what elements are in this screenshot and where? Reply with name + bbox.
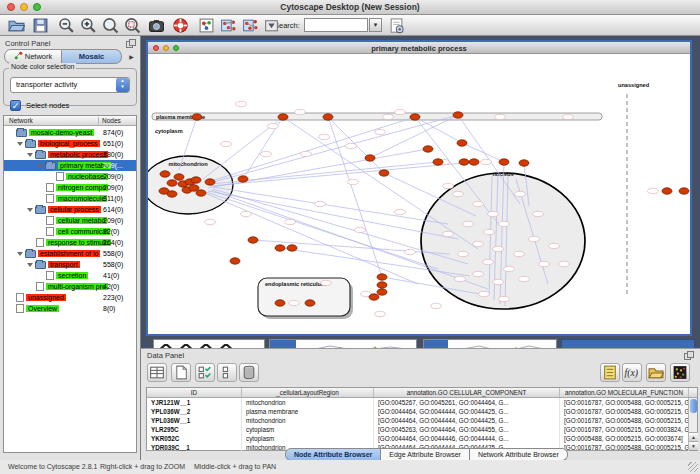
tab-mosaic[interactable]: Mosaic [62,49,122,64]
network-node[interactable] [321,280,332,285]
tree-row[interactable]: unassigned223(0) [4,292,136,303]
network-node[interactable] [539,261,550,266]
network-node[interactable] [459,159,469,165]
network-node[interactable] [230,258,240,264]
snapshot-icon[interactable] [148,17,165,34]
column-header[interactable]: _cellularLayoutRegion [242,388,374,397]
zoom-selected-icon[interactable] [124,17,141,34]
table-row[interactable]: YPL036W__1mitochondrion[GO:0044464, GO:0… [147,416,697,425]
network-node[interactable] [346,143,357,148]
network-edge[interactable] [213,187,448,224]
network-node[interactable] [410,114,420,120]
network-node[interactable] [189,185,199,191]
table-row[interactable]: YLR295Ccytoplasm[GO:0045263, GO:0044464,… [147,425,697,434]
tree-row[interactable]: metabolic process280(0) [4,149,136,160]
network-node[interactable] [323,114,333,120]
network-node[interactable] [287,245,297,251]
network-node[interactable] [662,188,672,194]
network-node[interactable] [377,289,387,295]
search-dropdown-arrow-icon[interactable]: ▼ [369,18,382,32]
network-node[interactable] [278,114,288,120]
network-node[interactable] [241,211,252,216]
network-node[interactable] [431,303,442,308]
network-node[interactable] [443,183,454,188]
network-node[interactable] [295,109,306,114]
network-node[interactable] [167,180,177,186]
compartment-plasma-membrane[interactable] [152,113,602,120]
scroll-up-icon[interactable]: ▲ [689,432,698,441]
tree-row[interactable]: nitrogen compo209(0) [4,182,136,193]
node-color-dropdown[interactable]: transporter activity [10,77,130,93]
search-input[interactable] [304,18,368,32]
unselect-attributes-icon[interactable] [217,363,237,382]
tree-col-nodes[interactable]: Nodes [98,117,121,124]
network-view-window[interactable]: primary metabolic process plasma membran… [146,40,692,336]
tree-row[interactable]: establishment of lo558(0) [4,248,136,259]
network-node[interactable] [261,151,272,156]
network-node[interactable] [433,159,443,165]
network-node[interactable] [395,109,406,114]
network-node[interactable] [458,251,469,256]
network-node[interactable] [174,174,184,180]
expand-arrow-icon[interactable] [17,142,23,146]
tree-row[interactable]: Overview8(0) [4,303,136,314]
zoom-out-icon[interactable] [58,17,75,34]
help-icon[interactable] [172,17,189,34]
open-file-icon[interactable] [8,17,25,34]
background-window-sliver[interactable] [269,339,417,348]
network-node[interactable] [443,231,454,236]
network-node[interactable] [319,134,330,139]
network-node[interactable] [383,114,394,119]
network-edge[interactable] [210,162,474,186]
float-panel-icon[interactable] [684,351,694,360]
column-header[interactable]: annotation.GO MOLECULAR_FUNCTION [560,388,689,397]
import-attributes-icon[interactable] [646,363,666,382]
network-node[interactable] [236,101,247,106]
network-node[interactable] [504,266,515,271]
new-network-from-selection-icon[interactable] [242,17,259,34]
network-node[interactable] [191,177,201,183]
save-icon[interactable] [32,17,49,34]
tree-row[interactable]: cellular process614(0) [4,204,136,215]
table-row[interactable]: YJR121W__1mitochondrion[GO:0045267, GO:0… [147,398,697,407]
network-node[interactable] [238,176,248,182]
background-window-sliver[interactable] [561,339,695,348]
network-node[interactable] [499,296,510,301]
network-node[interactable] [559,261,570,266]
network-node[interactable] [473,241,484,246]
network-node[interactable] [483,259,494,264]
network-node[interactable] [379,170,389,176]
tree-row[interactable]: cellular metabo209(0) [4,215,136,226]
dropdown-stepper-icon[interactable]: ▲▼ [116,78,129,92]
resize-grip[interactable] [688,462,698,472]
background-window-sliver[interactable] [423,339,557,348]
network-node[interactable] [395,209,406,214]
scroll-down-icon[interactable]: ▼ [689,441,698,450]
tree-row[interactable]: transport558(0) [4,259,136,270]
float-panel-icon[interactable] [126,39,136,48]
search-config-icon[interactable] [388,17,405,34]
zoom-in-icon[interactable] [80,17,97,34]
select-attributes-icon[interactable] [195,363,215,382]
tree-row[interactable]: nucleobase-209(0) [4,171,136,182]
network-node[interactable] [488,211,499,216]
network-node[interactable] [514,251,525,256]
network-node[interactable] [375,129,386,134]
network-node[interactable] [355,227,366,232]
network-node[interactable] [481,159,492,164]
network-edge[interactable] [283,117,478,249]
network-node[interactable] [519,276,530,281]
delete-attribute-icon[interactable] [239,363,259,382]
network-edge[interactable] [205,193,418,284]
network-node[interactable] [375,311,386,316]
tree-header[interactable]: Network Nodes [4,116,136,126]
tree-row[interactable]: mosaic-demo-yeast874(0) [4,127,136,138]
network-edge[interactable] [462,143,504,162]
network-node[interactable] [453,191,464,196]
network-node[interactable] [275,245,285,251]
tree-row[interactable]: biological_process651(0) [4,138,136,149]
attribute-editor-icon[interactable] [600,363,620,382]
network-node[interactable] [563,114,574,119]
tree-row[interactable]: macromolecule311(0) [4,193,136,204]
attribute-matrix-icon[interactable] [670,363,690,382]
